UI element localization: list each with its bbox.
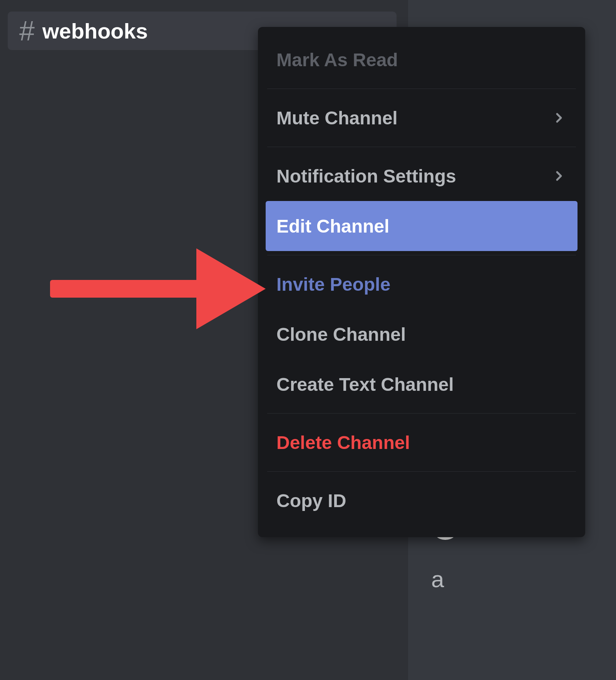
menu-separator [267,89,576,89]
menu-item-label: Edit Channel [276,216,389,237]
menu-item-label: Clone Channel [276,324,406,345]
menu-item-label: Mute Channel [276,107,398,129]
menu-separator [267,413,576,414]
menu-item-label: Copy ID [276,490,346,511]
chevron-right-icon [551,110,567,126]
menu-item-clone-channel[interactable]: Clone Channel [266,309,578,359]
menu-item-label: Invite People [276,274,390,295]
menu-separator [267,147,576,147]
menu-item-delete-channel[interactable]: Delete Channel [266,417,578,467]
menu-separator [267,255,576,255]
channel-name: webhooks [42,18,148,44]
menu-item-label: Create Text Channel [276,374,454,395]
app-root: # webhooks o a Mark As Read Mute Channel… [0,0,616,680]
menu-item-label: Notification Settings [276,166,456,187]
channel-context-menu: Mark As Read Mute Channel Notification S… [258,27,585,537]
menu-separator [267,471,576,472]
hash-icon: # [19,15,35,47]
menu-item-label: Mark As Read [276,49,398,70]
menu-item-create-text-channel[interactable]: Create Text Channel [266,359,578,409]
chevron-right-icon [551,168,567,184]
menu-item-invite-people[interactable]: Invite People [266,259,578,309]
menu-item-edit-channel[interactable]: Edit Channel [266,201,578,251]
menu-item-label: Delete Channel [276,432,410,453]
menu-item-copy-id[interactable]: Copy ID [266,476,578,526]
menu-item-notification-settings[interactable]: Notification Settings [266,151,578,201]
menu-item-mute-channel[interactable]: Mute Channel [266,93,578,143]
menu-item-mark-as-read: Mark As Read [266,35,578,85]
welcome-subtext-fragment: a [431,566,444,593]
